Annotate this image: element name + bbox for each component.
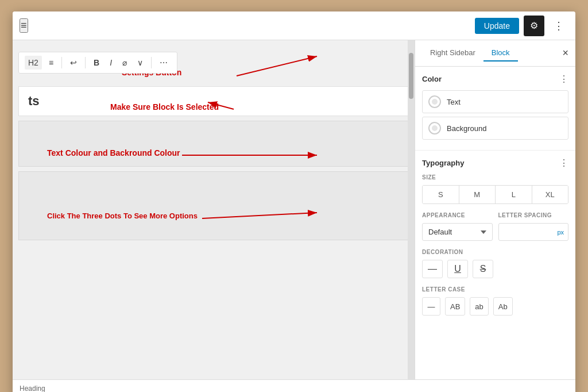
toolbar-divider-2: [85, 57, 86, 68]
editor-area: H2 ≡ ↩ B I ⌀ ∨ ⋯ ts: [13, 40, 415, 379]
decoration-row: — U S: [422, 260, 568, 278]
typography-section: Typography ⋮ SIZE S M L XL APPEARANCE: [415, 151, 575, 322]
deco-underline-button[interactable]: U: [447, 260, 468, 278]
typography-section-header: Typography ⋮: [422, 157, 568, 168]
color-section: Color ⋮ Text Background: [415, 67, 575, 151]
tab-right-sidebar[interactable]: Right Sidebar: [422, 45, 483, 62]
heading-level-button[interactable]: H2: [25, 56, 42, 70]
case-none-button[interactable]: —: [422, 297, 440, 316]
italic-button[interactable]: I: [106, 56, 115, 70]
color-section-header: Color ⋮: [422, 74, 568, 84]
bottom-bar: Heading: [13, 379, 575, 392]
sidebar-tabs: Right Sidebar Block: [422, 45, 518, 62]
appearance-label: APPEARANCE: [422, 212, 493, 218]
size-label: SIZE: [422, 174, 568, 180]
annotation-colour-label: Text Colour and Backround Colour: [47, 148, 180, 157]
size-l-button[interactable]: L: [496, 186, 532, 203]
appearance-spacing-row: APPEARANCE Default LETTER SPACING px: [422, 212, 568, 241]
toolbar-right: Update ⚙ ⋮: [475, 16, 568, 36]
update-button[interactable]: Update: [475, 18, 519, 34]
deco-strikethrough-button[interactable]: S: [473, 260, 493, 278]
letter-case-row: — AB ab Ab: [422, 297, 568, 316]
top-toolbar: ≡ Update ⚙ ⋮: [13, 11, 575, 40]
typography-section-more-button[interactable]: ⋮: [559, 157, 568, 168]
case-lower-button[interactable]: ab: [470, 297, 488, 316]
background-color-option[interactable]: Background: [422, 117, 568, 140]
background-color-label: Background: [447, 124, 486, 133]
background-color-circle: [428, 122, 441, 134]
letter-spacing-col: LETTER SPACING px: [498, 212, 569, 241]
size-xl-button[interactable]: XL: [532, 186, 568, 203]
toolbar-divider: [61, 57, 62, 68]
screenshot-wrapper: ≡ Update ⚙ ⋮ H2 ≡ ↩ B I ⌀ ∨ ⋯: [13, 11, 575, 392]
block-toolbar: H2 ≡ ↩ B I ⌀ ∨ ⋯: [18, 52, 177, 74]
tab-block[interactable]: Block: [483, 45, 518, 62]
gear-button[interactable]: ⚙: [524, 16, 544, 36]
right-sidebar: Right Sidebar Block × Color ⋮ Text: [415, 40, 575, 379]
main-area: H2 ≡ ↩ B I ⌀ ∨ ⋯ ts: [13, 40, 575, 379]
link-button[interactable]: ⌀: [119, 56, 130, 70]
toolbar-left: ≡: [20, 18, 28, 33]
appearance-col: APPEARANCE Default: [422, 212, 493, 241]
sidebar-header: Right Sidebar Block ×: [415, 40, 575, 67]
color-section-title: Color: [422, 75, 442, 83]
letter-spacing-label: LETTER SPACING: [498, 212, 569, 218]
decoration-label: DECORATION: [422, 249, 568, 255]
annotation-dots-label: Click The Three Dots To See More Options: [47, 212, 198, 220]
hamburger-button[interactable]: ≡: [20, 18, 28, 33]
caret-button[interactable]: ∨: [134, 56, 146, 70]
bold-button[interactable]: B: [90, 56, 103, 70]
case-title-button[interactable]: Ab: [493, 297, 513, 316]
status-label: Heading: [20, 385, 45, 393]
sidebar-close-button[interactable]: ×: [562, 47, 568, 59]
empty-block-1: [18, 121, 409, 167]
toolbar-divider-3: [151, 57, 152, 68]
empty-block-2: [18, 171, 409, 240]
text-color-label: Text: [447, 98, 461, 106]
align-button[interactable]: ≡: [45, 56, 57, 70]
deco-none-button[interactable]: —: [422, 260, 443, 278]
background-color-circle-inner: [432, 125, 438, 131]
color-section-more-button[interactable]: ⋮: [559, 74, 568, 84]
top-more-options-button[interactable]: ⋮: [549, 17, 568, 34]
heading-block[interactable]: ts: [18, 86, 409, 116]
scrollbar-thumb: [409, 53, 413, 99]
text-color-circle: [428, 95, 441, 108]
size-s-button[interactable]: S: [423, 186, 459, 203]
letter-spacing-unit: px: [557, 229, 564, 236]
svg-line-1: [237, 56, 317, 76]
typography-section-title: Typography: [422, 159, 464, 167]
more-options-button[interactable]: ⋯: [156, 56, 171, 70]
heading-text: ts: [28, 94, 40, 108]
text-color-circle-inner: [432, 99, 438, 105]
appearance-select[interactable]: Default: [422, 223, 493, 241]
case-upper-button[interactable]: AB: [445, 297, 465, 316]
editor-scrollbar[interactable]: [408, 40, 415, 379]
size-m-button[interactable]: M: [459, 186, 496, 203]
letter-spacing-wrapper: px: [498, 223, 569, 241]
undo-button[interactable]: ↩: [67, 56, 80, 70]
annotation-block-label: Make Sure Block Is Selected: [110, 102, 219, 112]
letter-case-label: LETTER CASE: [422, 286, 568, 293]
size-options: S M L XL: [422, 185, 568, 204]
text-color-option[interactable]: Text: [422, 90, 568, 113]
